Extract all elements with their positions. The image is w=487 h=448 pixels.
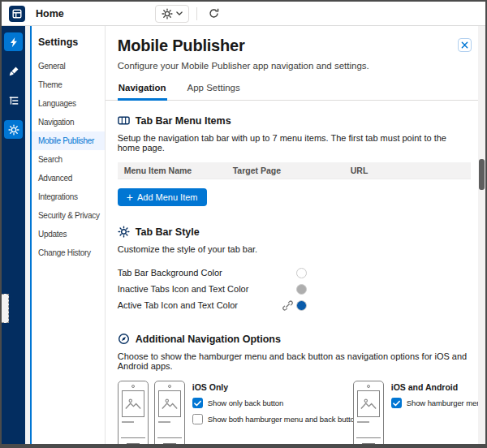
tab-bar-icon (118, 114, 130, 127)
image-placeholder-icon (360, 396, 377, 411)
sidebar-item-navigation[interactable]: Navigation (32, 113, 105, 131)
style-gear-icon (118, 226, 130, 238)
camera-dot (168, 385, 171, 388)
gear-icon (162, 8, 173, 19)
scrollbar-thumb[interactable] (479, 159, 485, 190)
option-row: Show only back button (192, 398, 351, 408)
phone-mockup (353, 381, 384, 444)
image-placeholder (357, 390, 380, 417)
sidebar-title: Settings (32, 26, 105, 57)
rail-theme-button[interactable] (4, 62, 23, 80)
brush-icon (8, 66, 19, 77)
tab-bar-menu-items-section: Tab Bar Menu Items Setup the navigation … (118, 114, 471, 206)
builder-grid-icon (11, 8, 23, 19)
image-placeholder (122, 390, 144, 417)
additional-navigation-options-section: Additional Navigation Options Choose to … (118, 333, 471, 444)
topbar-actions (155, 5, 224, 23)
scrollbar-track (478, 26, 485, 444)
settings-sidebar: Settings General Theme Languages Navigat… (30, 26, 105, 444)
top-bar: Home (2, 2, 485, 26)
sidebar-item-search[interactable]: Search (32, 150, 105, 169)
tab-bar: Navigation App Settings (106, 79, 478, 101)
gear-icon (8, 124, 19, 136)
plus-icon: + (127, 192, 133, 203)
section-heading: Additional Navigation Options (136, 334, 281, 345)
options-group-title: iOS Only (192, 382, 351, 392)
sidebar-item-change-history[interactable]: Change History (32, 243, 105, 262)
inactive-color-swatch[interactable] (296, 284, 307, 295)
tab-bar-style-section: Tab Bar Style Customize the style of you… (118, 226, 471, 313)
sidebar-item-security-privacy[interactable]: Security & Privacy (32, 206, 105, 225)
ios-and-android-options: iOS and Android Show hamburger menu (391, 381, 478, 408)
refresh-button[interactable] (205, 5, 224, 23)
refresh-icon (208, 7, 220, 19)
panel-subtitle: Configure your Mobile Publisher app navi… (118, 61, 472, 71)
section-heading: Tab Bar Style (136, 226, 200, 238)
sidebar-item-theme[interactable]: Theme (32, 75, 105, 94)
link-icon[interactable] (282, 300, 293, 311)
section-heading: Tab Bar Menu Items (136, 115, 231, 127)
color-row-label: Active Tab Icon and Text Color (118, 300, 282, 310)
image-placeholder-icon (161, 396, 179, 411)
panel-title: Mobile Publisher (118, 37, 245, 55)
color-row-label: Tab Bar Background Color (118, 268, 282, 278)
sidebar-item-advanced[interactable]: Advanced (32, 169, 105, 187)
phone-mockup (154, 381, 185, 444)
checkbox-label: Show hamburger menu (407, 398, 478, 407)
option-row: Show hamburger menu (391, 398, 478, 408)
phone-mockup (118, 381, 149, 444)
check-icon (194, 400, 201, 407)
sidebar-item-mobile-publisher[interactable]: Mobile Publisher (32, 131, 105, 150)
image-placeholder-icon (124, 396, 142, 411)
close-button[interactable] (458, 38, 472, 52)
page-structure-icon (8, 95, 19, 106)
color-row-inactive: Inactive Tabs Icon and Text Color (118, 281, 471, 297)
close-icon (461, 41, 468, 49)
sidebar-item-general[interactable]: General (32, 57, 105, 75)
color-row-active: Active Tab Icon and Text Color (118, 297, 471, 313)
add-menu-item-label: Add Menu Item (137, 192, 198, 202)
panel-content: Tab Bar Menu Items Setup the navigation … (106, 101, 478, 444)
home-indicator (163, 443, 176, 444)
section-description: Choose to show the hamburger menu and ba… (118, 351, 471, 371)
lightning-icon (8, 37, 19, 48)
color-row-background: Tab Bar Background Color (118, 265, 471, 281)
builder-body: Settings General Theme Languages Navigat… (2, 26, 485, 444)
tab-app-settings[interactable]: App Settings (187, 79, 241, 101)
column-header-menu-item-name: Menu Item Name (118, 166, 233, 175)
mobile-publisher-panel: Mobile Publisher Configure your Mobile P… (105, 26, 478, 444)
column-header-url: URL (351, 166, 471, 175)
camera-dot (131, 385, 135, 388)
builder-icon-rail (2, 26, 25, 444)
option-row: Show both hamburger menu and back button (192, 414, 351, 424)
panel-header: Mobile Publisher Configure your Mobile P… (106, 26, 478, 101)
sidebar-item-integrations[interactable]: Integrations (32, 187, 105, 206)
page-settings-button[interactable] (155, 5, 189, 23)
home-indicator (127, 443, 140, 444)
camera-dot (367, 385, 370, 388)
add-menu-item-button[interactable]: + Add Menu Item (118, 188, 207, 206)
column-header-target-page: Target Page (233, 166, 351, 175)
tab-bar-line (121, 437, 145, 438)
rail-settings-button[interactable] (4, 120, 23, 139)
tab-navigation[interactable]: Navigation (118, 79, 167, 101)
checkbox-show-hamburger-menu[interactable] (391, 398, 402, 408)
canvas-dropzone-marker (2, 294, 9, 323)
rail-page-structure-button[interactable] (4, 91, 23, 110)
active-color-swatch[interactable] (296, 300, 307, 311)
check-icon (393, 400, 400, 407)
text-line (357, 421, 369, 423)
rail-components-button[interactable] (4, 32, 23, 51)
experience-builder-window: Home (0, 0, 487, 448)
builder-logo[interactable] (9, 6, 25, 22)
page-selector[interactable]: Home (36, 8, 64, 19)
section-description: Customize the style of your tab bar. (118, 244, 471, 254)
background-color-swatch[interactable] (296, 268, 307, 278)
compass-icon (118, 333, 130, 345)
sidebar-item-updates[interactable]: Updates (32, 225, 105, 243)
checkbox-show-both-hamburger-and-back[interactable] (192, 414, 203, 424)
checkbox-show-only-back-button[interactable] (192, 398, 203, 408)
text-line (158, 421, 170, 423)
sidebar-item-languages[interactable]: Languages (32, 94, 105, 113)
home-indicator (362, 443, 375, 444)
